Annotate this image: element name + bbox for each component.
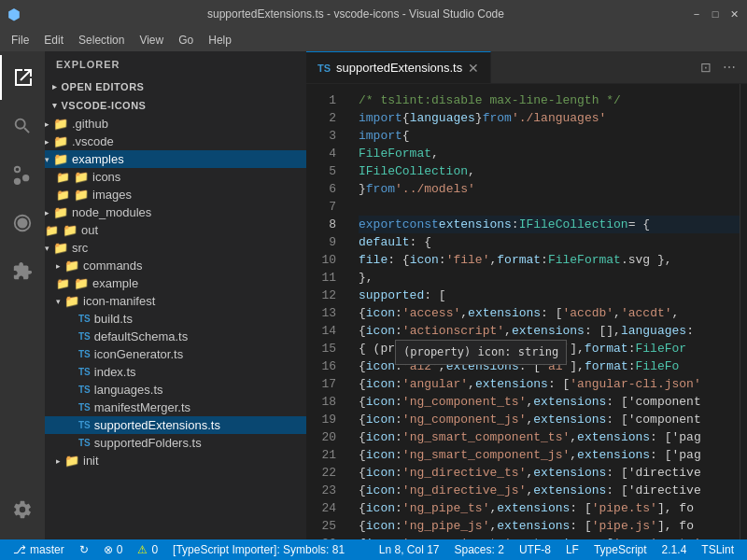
line-number: 11 [306,269,336,287]
warning-count[interactable]: ⚠ 0 [132,539,163,560]
token-plain: , [504,322,512,340]
code-line: { icon: 'ng_pipe_ts', extensions: ['pipe… [359,499,740,517]
tab-supported-extensions[interactable]: TS supportedExtensions.ts ✕ [306,51,491,83]
tree-item-build-ts[interactable]: TSbuild.ts [45,310,306,328]
token-plain: { [359,482,366,499]
line-number: 17 [306,375,336,393]
token-plain: { [359,499,366,517]
close-button[interactable]: ✕ [728,8,740,20]
line-number: 6 [306,180,336,198]
tab-close-button[interactable]: ✕ [468,61,479,76]
menu-edit[interactable]: Edit [36,32,71,49]
debug-icon[interactable] [0,201,45,245]
encoding[interactable]: UTF-8 [514,539,557,560]
code-line: default: { [359,233,740,251]
item-label: icons [92,170,120,184]
tree-item--github[interactable]: ▸📁.github [45,115,306,133]
tree-item-supportedFolders-ts[interactable]: TSsupportedFolders.ts [45,434,306,452]
open-editors-section[interactable]: ▸ OPEN EDITORS [45,77,306,96]
indentation[interactable]: Spaces: 2 [449,539,510,560]
tree-item-icon-manifest[interactable]: ▾📁icon-manifest [45,292,306,310]
tree-item-manifestMerger-ts[interactable]: TSmanifestMerger.ts [45,399,306,416]
menu-help[interactable]: Help [201,32,239,49]
menu-selection[interactable]: Selection [71,32,132,49]
token-type: IFileCollection [519,216,628,233]
tree-item-example[interactable]: 📁📁example [45,274,306,292]
token-plain: , [468,375,475,393]
line-number: 1 [306,91,336,109]
token-type: FileFormat [359,145,431,162]
line-number: 5 [306,162,336,180]
sync-button[interactable]: ↻ [74,539,94,560]
tree-item-out[interactable]: 📁📁out [45,221,306,239]
settings-icon[interactable] [0,487,45,532]
folder-icon: 📁 [74,276,89,290]
file-icon: TS [78,438,91,448]
chevron-icon: ▸ [56,261,61,271]
token-var: extensions [519,535,592,539]
tree-item-src[interactable]: ▾📁src [45,239,306,257]
menu-go[interactable]: Go [171,32,201,49]
file-icon: TS [78,314,91,324]
folder-icon: 📁 [56,277,70,290]
folder-icon: 📁 [53,134,68,148]
typescript-importer[interactable]: [TypeScript Importer]: Symbols: 81 [167,539,350,560]
tree-item-commands[interactable]: ▸📁commands [45,257,306,274]
token-plain: .svg }, [621,251,672,269]
git-branch[interactable]: ⎇ master [7,539,70,560]
more-actions-button[interactable]: ⋯ [719,58,740,77]
source-control-icon[interactable] [0,152,45,197]
search-icon[interactable] [0,104,45,148]
code-line: import { languages } from './languages' [359,109,740,127]
menu-file[interactable]: File [4,32,36,49]
menu-view[interactable]: View [132,32,171,49]
token-var: extensions [439,216,512,233]
cursor-position[interactable]: Ln 8, Col 17 [374,539,445,560]
tree-item-languages-ts[interactable]: TSlanguages.ts [45,381,306,399]
eol[interactable]: LF [560,539,585,560]
line-numbers: 1234567891011121314151617181920212223242… [306,84,344,539]
error-count[interactable]: ⊗ 0 [98,539,129,560]
token-var: icon [366,446,395,464]
folder-icon: 📁 [56,171,70,184]
language-mode[interactable]: TypeScript [588,539,653,560]
token-plain: } [359,180,366,198]
sidebar-header: Explorer [45,51,306,77]
chevron-icon: ▸ [45,137,49,147]
token-string: 'file' [446,251,490,269]
tree-item-init[interactable]: ▸📁init [45,452,306,469]
encoding-label: UTF-8 [519,543,551,556]
file-icon: TS [78,402,91,413]
extensions-icon[interactable] [0,249,45,294]
ts-version[interactable]: 2.1.4 [656,539,693,560]
line-number: 12 [306,287,336,304]
explorer-icon[interactable] [0,55,45,100]
token-string: './languages' [512,109,606,127]
split-editor-button[interactable]: ⊡ [697,58,715,77]
tree-item-node_modules[interactable]: ▸📁node_modules [45,203,306,221]
tree-item--vscode[interactable]: ▸📁.vscode [45,133,306,150]
linter[interactable]: TSLint [696,539,740,560]
token-plain: , [526,482,533,499]
menu-bar: File Edit Selection View Go Help [0,28,747,51]
vscode-icons-section[interactable]: ▾ VSCODE-ICONS [45,96,306,115]
tree-item-icons[interactable]: 📁📁icons [45,168,306,186]
token-plain: : [ [424,287,445,304]
maximize-button[interactable]: □ [710,8,721,20]
tree-item-index-ts[interactable]: TSindex.ts [45,363,306,381]
token-plain: : [ [570,499,591,517]
minimize-button[interactable]: − [691,8,702,20]
token-plain: { [359,304,366,322]
code-line: { icon: 'ng_component_ts', extensions: [… [359,393,740,411]
tree-item-supportedExtensions-ts[interactable]: TSsupportedExtensions.ts [45,416,306,434]
tree-item-defaultSchema-ts[interactable]: TSdefaultSchema.ts [45,328,306,345]
token-plain: { [359,375,366,393]
file-tree: ▸📁.github▸📁.vscode▾📁examples📁📁icons📁📁ima… [45,115,306,469]
main-layout: Explorer ▸ OPEN EDITORS ▾ VSCODE-ICONS ▸… [0,51,747,539]
token-plain: : [395,375,402,393]
token-plain: , [570,428,577,446]
tree-item-iconGenerator-ts[interactable]: TSiconGenerator.ts [45,345,306,363]
tree-item-examples[interactable]: ▾📁examples [45,150,306,168]
code-content[interactable]: /* tslint:disable max-line-length */impo… [344,84,740,539]
tree-item-images[interactable]: 📁📁images [45,186,306,203]
